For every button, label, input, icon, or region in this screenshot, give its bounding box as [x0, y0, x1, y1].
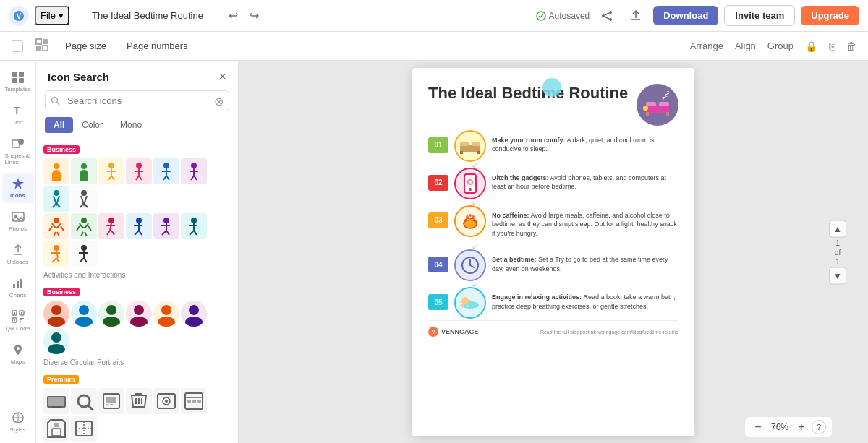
list-item[interactable]	[43, 158, 69, 184]
list-item[interactable]	[43, 186, 69, 212]
list-item[interactable]	[181, 388, 207, 414]
list-item[interactable]	[71, 301, 97, 327]
zoom-out-button[interactable]: −	[751, 420, 765, 434]
svg-point-44	[136, 163, 142, 168]
arrange-button[interactable]: Arrange	[690, 40, 723, 51]
clear-search-button[interactable]: ⊗	[214, 94, 224, 108]
page-numbers-button[interactable]: Page numbers	[122, 38, 192, 54]
filter-tab-all[interactable]: All	[45, 117, 73, 133]
svg-rect-22	[13, 284, 15, 288]
filter-tab-color[interactable]: Color	[73, 117, 111, 133]
svg-line-79	[111, 231, 114, 235]
list-item[interactable]	[153, 301, 179, 327]
download-button[interactable]: Download	[653, 6, 718, 25]
align-button[interactable]: Align	[735, 40, 756, 51]
sidebar-item-qrcode[interactable]: QR Code	[2, 306, 34, 336]
svg-point-218	[469, 214, 472, 217]
svg-line-78	[107, 231, 110, 235]
list-item[interactable]	[43, 241, 69, 267]
document-title-input[interactable]	[75, 10, 220, 21]
steps-list: 01 Make your room comfy: A dark, quiet, …	[428, 136, 678, 314]
grid-overlay-icon[interactable]	[35, 38, 49, 55]
app-logo: V	[9, 6, 29, 26]
file-menu-button[interactable]: File ▾	[35, 6, 69, 25]
svg-point-80	[136, 218, 142, 223]
list-item[interactable]	[71, 241, 97, 267]
list-item[interactable]	[153, 213, 179, 239]
arrow-3: ↙	[472, 242, 678, 251]
svg-line-84	[139, 231, 142, 235]
upload-button[interactable]	[624, 4, 647, 27]
sidebar-item-icons[interactable]: Icons	[2, 173, 34, 203]
list-item[interactable]	[43, 416, 69, 442]
svg-rect-148	[54, 423, 59, 427]
sidebar-item-maps[interactable]: Maps	[2, 339, 34, 369]
doc-main-title: The Ideal Bedtime Routine	[428, 84, 628, 102]
undo-button[interactable]: ↩	[226, 6, 241, 25]
step-4-content: Set a bedtime: Set a Try to go to bed at…	[492, 255, 678, 273]
sidebar-item-uploads[interactable]: Uploads	[2, 239, 34, 270]
list-item[interactable]	[126, 301, 152, 327]
page-size-button[interactable]: Page size	[61, 38, 111, 54]
svg-rect-12	[12, 72, 17, 77]
list-item[interactable]	[181, 213, 207, 239]
decorative-blob	[542, 78, 561, 97]
footer-url: Read the full blogpost at: venngage.com/…	[540, 330, 678, 335]
canvas-area[interactable]: The Ideal Bedtime Routine Z Z Z	[239, 61, 868, 443]
trash-icon[interactable]: 🗑	[846, 40, 856, 52]
sidebar-item-text[interactable]: T Text	[2, 100, 34, 130]
copy-icon[interactable]: ⎘	[829, 40, 835, 52]
list-item[interactable]	[71, 213, 97, 239]
close-icon-panel-button[interactable]: ×	[218, 69, 226, 85]
filter-tab-mono[interactable]: Mono	[111, 117, 150, 133]
list-item[interactable]	[181, 158, 207, 184]
search-icon	[51, 96, 61, 106]
list-item[interactable]	[71, 388, 97, 414]
redo-button[interactable]: ↪	[247, 6, 262, 25]
icon-grid-scroll[interactable]: Business	[36, 139, 238, 443]
page-total: 1	[835, 257, 840, 265]
list-item[interactable]	[43, 328, 69, 354]
sidebar-item-shapes[interactable]: Shapes & Lines	[2, 133, 34, 170]
list-item[interactable]	[71, 186, 97, 212]
list-item[interactable]	[181, 301, 207, 327]
list-item[interactable]	[126, 213, 152, 239]
list-item[interactable]	[98, 301, 124, 327]
sidebar-item-templates[interactable]: Templates	[2, 66, 34, 97]
invite-team-button[interactable]: Invite team	[724, 5, 795, 26]
svg-line-93	[190, 231, 194, 235]
svg-rect-11	[43, 46, 48, 51]
sidebar-text-label: Text	[12, 119, 23, 126]
search-input[interactable]	[45, 90, 229, 111]
sidebar-item-styles[interactable]: Styles	[2, 407, 34, 437]
list-item[interactable]	[153, 388, 179, 414]
list-item[interactable]	[153, 158, 179, 184]
page-up-button[interactable]: ▲	[829, 220, 846, 237]
list-item[interactable]	[98, 213, 124, 239]
list-item[interactable]	[98, 158, 124, 184]
list-item[interactable]	[43, 213, 69, 239]
list-item[interactable]	[126, 388, 152, 414]
svg-line-67	[61, 226, 64, 231]
help-button[interactable]: ?	[812, 420, 826, 434]
icon-panel-header: Icon Search ×	[36, 61, 238, 90]
upgrade-button[interactable]: Upgrade	[801, 6, 859, 25]
sidebar-item-photos[interactable]: Photos	[2, 206, 34, 236]
zoom-in-button[interactable]: +	[794, 420, 809, 434]
list-item[interactable]	[126, 158, 152, 184]
list-item[interactable]	[98, 388, 124, 414]
list-item[interactable]	[71, 158, 97, 184]
group-button[interactable]: Group	[767, 40, 793, 51]
icon-search-wrap: ⊗	[36, 90, 238, 117]
lock-icon[interactable]: 🔒	[805, 40, 817, 52]
step-2-content: Ditch the gadgets: Avoid phones, tablets…	[492, 173, 678, 192]
sidebar-item-charts[interactable]: Charts	[2, 272, 34, 303]
list-item[interactable]	[43, 388, 69, 414]
page-down-button[interactable]: ▼	[829, 267, 846, 284]
list-item[interactable]	[43, 301, 69, 327]
svg-line-69	[57, 232, 59, 236]
step-4-number: 04	[428, 257, 448, 272]
share-button[interactable]	[595, 4, 618, 27]
list-item[interactable]	[71, 416, 97, 442]
select-all-checkbox[interactable]	[12, 40, 23, 52]
